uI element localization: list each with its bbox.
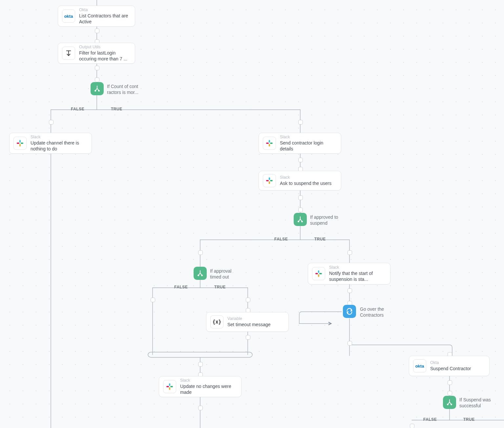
svg-rect-24: [170, 386, 173, 387]
port: [298, 158, 303, 162]
node-title: Set timeout message: [227, 322, 271, 327]
svg-rect-20: [319, 273, 322, 274]
branch-label-true: TRUE: [214, 285, 226, 289]
svg-point-15: [298, 221, 299, 222]
svg-rect-5: [19, 144, 21, 146]
condition-approval-timeout[interactable]: [194, 267, 207, 280]
node-output-utils-filter[interactable]: Output Utils Filter for lastLogin occuri…: [58, 43, 135, 64]
port: [198, 406, 203, 410]
node-title: Send contractor login details: [280, 140, 337, 152]
slack-icon: [163, 380, 176, 393]
condition-approved-suspend[interactable]: [294, 213, 307, 226]
loop-go-over-contractors[interactable]: [343, 305, 356, 318]
node-slack-ask-suspend[interactable]: Slack Ask to suspend the users: [259, 171, 341, 191]
node-service-label: Output Utils: [79, 45, 131, 50]
branch-icon: [197, 270, 204, 277]
condition-count-contractors-label: If Count of cont ractors is mor...: [107, 83, 150, 95]
svg-rect-9: [269, 144, 270, 146]
okta-icon: okta: [62, 10, 75, 23]
svg-rect-23: [169, 383, 170, 386]
node-service-label: Slack: [329, 265, 386, 270]
node-service-label: Okta: [430, 360, 471, 365]
node-slack-no-changes[interactable]: Slack Update no changes were made: [159, 376, 242, 397]
condition-count-contractors[interactable]: [91, 82, 104, 95]
node-title: List Contractors that are Active: [79, 13, 131, 25]
port: [95, 66, 99, 70]
port: [347, 288, 352, 293]
filter-icon: [62, 47, 75, 60]
node-service-label: Okta: [79, 8, 131, 12]
branch-label-true: TRUE: [463, 417, 475, 422]
condition-approved-suspend-label: If approved to suspend: [310, 214, 349, 226]
port: [448, 391, 452, 395]
node-service-label: Variable: [227, 316, 271, 321]
port: [151, 298, 155, 302]
svg-rect-3: [19, 140, 21, 143]
node-title: Filter for lastLogin occuring more than …: [79, 50, 131, 62]
svg-rect-21: [318, 274, 319, 277]
svg-rect-25: [169, 387, 170, 390]
slack-icon: [312, 267, 325, 280]
workflow-canvas[interactable]: okta Okta List Contractors that are Acti…: [0, 0, 504, 428]
node-slack-send-details[interactable]: Slack Send contractor login details: [259, 133, 341, 154]
port: [246, 335, 250, 340]
condition-approval-timeout-label: If approval timed out: [210, 268, 243, 280]
svg-point-2: [98, 90, 99, 91]
svg-rect-12: [270, 180, 273, 181]
branch-label-false: FALSE: [174, 285, 188, 289]
node-title: Notify that the start of suspension is s…: [329, 270, 386, 282]
slack-icon: [263, 137, 276, 150]
svg-point-28: [451, 404, 452, 405]
okta-icon: okta: [413, 359, 426, 372]
node-title: Update channel there is nothing to do: [31, 140, 88, 152]
slack-icon: [263, 174, 276, 187]
node-title: Update no changes were made: [180, 383, 237, 395]
branch-label-true: TRUE: [314, 237, 326, 241]
node-variable-set-timeout[interactable]: {x} Variable Set timeout message: [206, 312, 289, 332]
branch-label-false: FALSE: [71, 107, 84, 111]
node-okta-suspend-contractor[interactable]: okta Okta Suspend Contractor: [409, 356, 490, 376]
node-slack-notify-suspension[interactable]: Slack Notify that the start of suspensio…: [308, 263, 390, 284]
port: [347, 250, 352, 255]
svg-point-16: [302, 221, 303, 222]
svg-rect-22: [315, 273, 318, 274]
svg-rect-13: [269, 181, 270, 184]
port: [198, 250, 203, 255]
port: [95, 29, 99, 33]
port: [410, 424, 414, 428]
branch-icon: [94, 85, 101, 92]
port: [347, 341, 352, 346]
node-title: Suspend Contractor: [430, 366, 471, 372]
loop-icon: [346, 308, 353, 315]
port: [49, 120, 53, 124]
condition-suspend-successful-label: If Suspend was successful: [459, 397, 499, 409]
node-slack-update-nothing[interactable]: Slack Update channel there is nothing to…: [9, 133, 92, 154]
port: [298, 208, 303, 212]
port: [198, 362, 203, 367]
svg-rect-6: [17, 143, 19, 144]
node-service-label: Slack: [280, 175, 331, 180]
svg-point-1: [95, 90, 96, 91]
variable-icon: {x}: [210, 315, 223, 328]
svg-rect-19: [318, 270, 319, 273]
branch-icon: [297, 216, 304, 223]
node-okta-list-contractors[interactable]: okta Okta List Contractors that are Acti…: [58, 6, 135, 27]
port: [448, 380, 452, 385]
svg-rect-0: [148, 352, 252, 357]
node-service-label: Slack: [31, 135, 88, 140]
node-title: Ask to suspend the users: [280, 180, 331, 186]
condition-suspend-successful[interactable]: [443, 396, 456, 409]
branch-icon: [446, 399, 453, 406]
svg-point-17: [198, 275, 199, 276]
node-service-label: Slack: [280, 135, 337, 140]
port: [298, 195, 303, 200]
svg-rect-7: [269, 140, 270, 143]
node-service-label: Slack: [180, 378, 237, 383]
svg-rect-4: [21, 143, 23, 144]
branch-label-true: TRUE: [111, 107, 122, 111]
svg-point-27: [447, 404, 448, 405]
svg-rect-26: [166, 386, 169, 387]
svg-rect-11: [269, 177, 270, 180]
slack-icon: [13, 137, 27, 150]
svg-rect-14: [266, 180, 269, 181]
